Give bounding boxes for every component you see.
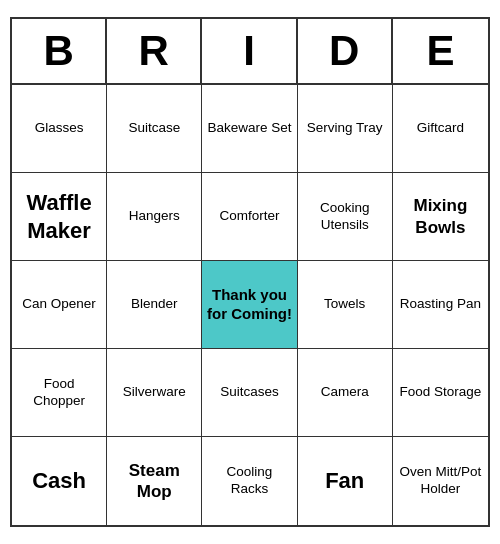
bingo-cell-r3-c1: Silverware [107,349,202,437]
header-letter-r: R [107,19,202,83]
bingo-cell-r0-c0: Glasses [12,85,107,173]
bingo-cell-r4-c1: Steam Mop [107,437,202,525]
bingo-cell-r0-c3: Serving Tray [298,85,393,173]
bingo-cell-r2-c1: Blender [107,261,202,349]
bingo-cell-r2-c4: Roasting Pan [393,261,488,349]
header-letter-b: B [12,19,107,83]
bingo-cell-r3-c0: Food Chopper [12,349,107,437]
header-letter-e: E [393,19,488,83]
bingo-cell-r1-c3: Cooking Utensils [298,173,393,261]
header-letter-i: I [202,19,297,83]
bingo-cell-r3-c4: Food Storage [393,349,488,437]
bingo-cell-r2-c0: Can Opener [12,261,107,349]
bingo-cell-r3-c2: Suitcases [202,349,297,437]
bingo-cell-r4-c2: Cooling Racks [202,437,297,525]
header-letter-d: D [298,19,393,83]
bingo-cell-r3-c3: Camera [298,349,393,437]
bingo-cell-r0-c2: Bakeware Set [202,85,297,173]
bingo-cell-r4-c4: Oven Mitt/Pot Holder [393,437,488,525]
bingo-cell-r2-c2: Thank you for Coming! [202,261,297,349]
bingo-card: BRIDE GlassesSuitcaseBakeware SetServing… [10,17,490,527]
bingo-cell-r4-c3: Fan [298,437,393,525]
bingo-cell-r2-c3: Towels [298,261,393,349]
bingo-cell-r1-c4: Mixing Bowls [393,173,488,261]
bingo-cell-r1-c0: Waffle Maker [12,173,107,261]
bingo-cell-r1-c1: Hangers [107,173,202,261]
bingo-cell-r1-c2: Comforter [202,173,297,261]
bingo-cell-r0-c1: Suitcase [107,85,202,173]
bingo-cell-r0-c4: Giftcard [393,85,488,173]
bingo-header: BRIDE [12,19,488,85]
bingo-grid: GlassesSuitcaseBakeware SetServing TrayG… [12,85,488,525]
bingo-cell-r4-c0: Cash [12,437,107,525]
